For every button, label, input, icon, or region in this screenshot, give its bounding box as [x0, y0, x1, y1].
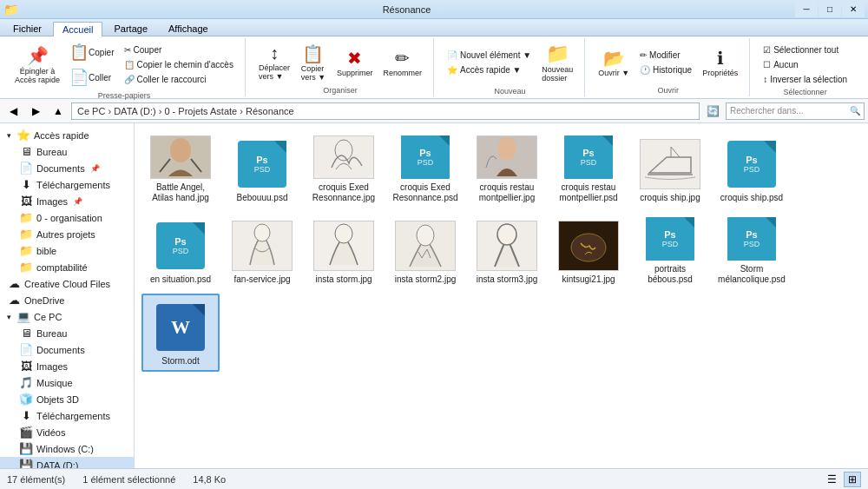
app-icon: 📁 — [3, 3, 18, 17]
file-fan-service[interactable]: fan-service.jpg — [223, 212, 301, 290]
tab-fichier[interactable]: Fichier — [3, 21, 51, 36]
file-thumb: Ps PSD — [395, 135, 456, 179]
up-button[interactable]: ▲ — [49, 102, 68, 121]
couper-button[interactable]: ✂Couper — [120, 43, 238, 56]
file-croquis-exed-jpg[interactable]: croquis Exed Resonnance.jpg — [305, 130, 383, 208]
sidebar-item-images2[interactable]: 🖼 Images — [0, 358, 134, 374]
file-insta-storm[interactable]: insta storm.jpg — [305, 212, 383, 290]
sidebar-item-documents2[interactable]: 📄 Documents — [0, 341, 134, 358]
inverser-button[interactable]: ↕Inverser la sélection — [759, 73, 852, 86]
sidebar-item-autres-projets[interactable]: 📁 Autres projets — [0, 226, 134, 242]
file-storm-melancolique[interactable]: Ps PSD Storm mélancolique.psd — [713, 212, 791, 290]
address-path[interactable]: Ce PC › DATA (D:) › 0 - Projets Astate ›… — [71, 102, 700, 120]
proprietes-button[interactable]: ℹ Propriétés — [698, 45, 742, 80]
sidebar-item-bureau[interactable]: 🖥 Bureau — [0, 143, 134, 160]
presse-papiers-label: Presse-papiers — [98, 89, 151, 100]
sidebar-item-objets3d[interactable]: 🧊 Objets 3D — [0, 391, 134, 407]
sidebar-item-comptabilite[interactable]: 📁 comptabilité — [0, 259, 134, 275]
minimize-button[interactable]: ─ — [795, 2, 818, 17]
sidebar-item-telechargements[interactable]: ⬇ Téléchargements — [0, 176, 134, 193]
sidebar-item-data-d[interactable]: 💾 DATA (D:) — [0, 457, 134, 468]
sidebar-item-documents[interactable]: 📄 Documents 📌 — [0, 160, 134, 176]
selectionner-tout-button[interactable]: ☑Sélectionner tout — [759, 43, 852, 56]
aucun-button[interactable]: ☐Aucun — [759, 58, 852, 71]
file-bebouuu[interactable]: Ps PSD Bebouuu.psd — [223, 130, 301, 208]
file-thumb: Ps PSD — [640, 217, 700, 261]
select-all-icon: ☑ — [763, 45, 771, 55]
ouvrir-button[interactable]: 📂 Ouvrir ▼ — [594, 45, 634, 80]
file-en-situation[interactable]: Ps PSD en situation.psd — [141, 212, 220, 290]
svg-point-7 — [497, 137, 516, 160]
paste-shortcut-icon: 🔗 — [124, 75, 135, 84]
file-croquis-ship-jpg[interactable]: croquis ship.jpg — [631, 130, 709, 208]
edit-icon: ✏ — [640, 50, 647, 60]
sidebar-item-ce-pc[interactable]: ▾ 💻 Ce PC — [0, 308, 134, 325]
tab-affichage[interactable]: Affichage — [159, 21, 218, 36]
quick-access-icon: ⭐ — [447, 65, 457, 75]
large-icons-view-button[interactable]: ⊞ — [844, 472, 861, 487]
forward-button[interactable]: ▶ — [26, 102, 45, 121]
music-icon: 🎵 — [19, 376, 33, 389]
expand-icon2: ▾ — [7, 313, 11, 321]
refresh-button[interactable]: 🔄 — [703, 102, 722, 121]
deplacer-button[interactable]: ↕ Déplacervers ▼ — [254, 41, 294, 83]
images-icon: 🖼 — [19, 195, 33, 208]
tab-accueil[interactable]: Accueil — [53, 22, 102, 36]
historique-button[interactable]: 🕐Historique — [635, 63, 696, 76]
file-grid: Battle Angel, Atilas hand.jpg Ps PSD Beb… — [135, 123, 868, 468]
file-croquis-restau-jpg[interactable]: croquis restau montpellier.jpg — [468, 130, 546, 208]
psd-icon: Ps PSD — [401, 135, 450, 179]
copier-button[interactable]: 📋 Copier — [66, 40, 117, 64]
nouveau-dossier-button[interactable]: 📁 Nouveaudossier — [537, 40, 577, 85]
details-view-button[interactable]: ☰ — [823, 472, 840, 487]
copy-icon: 📋 — [69, 43, 89, 62]
file-thumb: Ps PSD — [721, 217, 782, 261]
sidebar-item-onedrive[interactable]: ☁ OneDrive — [0, 292, 134, 308]
file-battle-angel[interactable]: Battle Angel, Atilas hand.jpg — [141, 130, 220, 208]
sidebar-item-organisation[interactable]: 📁 0 - organisation — [0, 209, 134, 226]
sidebar-item-bureau2[interactable]: 🖥 Bureau — [0, 325, 134, 341]
coller-raccourci-button[interactable]: 🔗Coller le raccourci — [120, 73, 238, 86]
kintsugi-preview — [559, 221, 618, 270]
search-box[interactable]: Rechercher dans... 🔍 — [726, 102, 865, 120]
tab-partage[interactable]: Partage — [104, 21, 157, 36]
sidebar-item-telechargements2[interactable]: ⬇ Téléchargements — [0, 407, 134, 424]
nouvel-element-button[interactable]: 📄Nouvel élément ▼ — [443, 49, 536, 62]
sidebar-item-creative-cloud[interactable]: ☁ Creative Cloud Files — [0, 275, 134, 292]
sidebar-item-images[interactable]: 🖼 Images 📌 — [0, 193, 134, 209]
sidebar-item-videos[interactable]: 🎬 Vidéos — [0, 424, 134, 440]
onedrive-icon: ☁ — [7, 294, 21, 307]
back-button[interactable]: ◀ — [3, 102, 23, 121]
supprimer-button[interactable]: ✖ Supprimer — [332, 45, 378, 80]
file-croquis-exed-psd[interactable]: Ps PSD croquis Exed Resonnance.psd — [386, 130, 464, 208]
drive-c-icon: 💾 — [19, 442, 33, 455]
acces-rapide-button[interactable]: ⭐Accès rapide ▼ — [443, 63, 536, 76]
search-icon: 🔍 — [850, 106, 860, 116]
copier2-button[interactable]: 📋 Copiervers ▼ — [296, 41, 331, 84]
file-croquis-ship-psd[interactable]: Ps PSD croquis ship.psd — [713, 130, 791, 208]
sidebar-item-windows-c[interactable]: 💾 Windows (C:) — [0, 440, 134, 457]
nouveau-buttons: 📄Nouvel élément ▼ ⭐Accès rapide ▼ 📁 Nouv… — [443, 40, 577, 85]
copier-chemin-button[interactable]: 📋Copier le chemin d'accès — [120, 58, 238, 71]
sidebar-item-bible[interactable]: 📁 bible — [0, 242, 134, 259]
sidebar-item-acces-rapide[interactable]: ▾ ⭐ Accès rapide — [0, 127, 134, 143]
group-ouvrir: 📂 Ouvrir ▼ ✏Modifier 🕐Historique ℹ Propr… — [587, 38, 750, 96]
file-thumb — [640, 139, 700, 189]
coller-button[interactable]: 📄 Coller — [66, 65, 117, 89]
file-insta-storm2[interactable]: insta storm2.jpg — [386, 212, 464, 290]
renommer-button[interactable]: ✏ Renommer — [378, 45, 426, 80]
file-kintsugi[interactable]: kintsugi21.jpg — [549, 212, 628, 290]
file-portraits-bebous[interactable]: Ps PSD portraits bébous.psd — [631, 212, 709, 290]
computer-icon: 💻 — [16, 310, 30, 323]
file-insta-storm3[interactable]: insta storm3.jpg — [468, 212, 546, 290]
modifier-button[interactable]: ✏Modifier — [635, 49, 696, 62]
file-croquis-restau-psd[interactable]: Ps PSD croquis restau montpellier.psd — [549, 130, 628, 208]
sidebar-item-musique[interactable]: 🎵 Musique — [0, 374, 134, 391]
close-button[interactable]: ✕ — [842, 2, 865, 17]
move-icon: ↕ — [270, 43, 279, 63]
epingler-button[interactable]: 📌 Épingler àAccès rapide — [10, 43, 64, 87]
maximize-button[interactable]: □ — [819, 2, 841, 17]
rename-icon: ✏ — [395, 48, 410, 69]
search-placeholder: Rechercher dans... — [730, 106, 850, 116]
file-storm-odt[interactable]: W Storm.odt — [141, 294, 220, 372]
